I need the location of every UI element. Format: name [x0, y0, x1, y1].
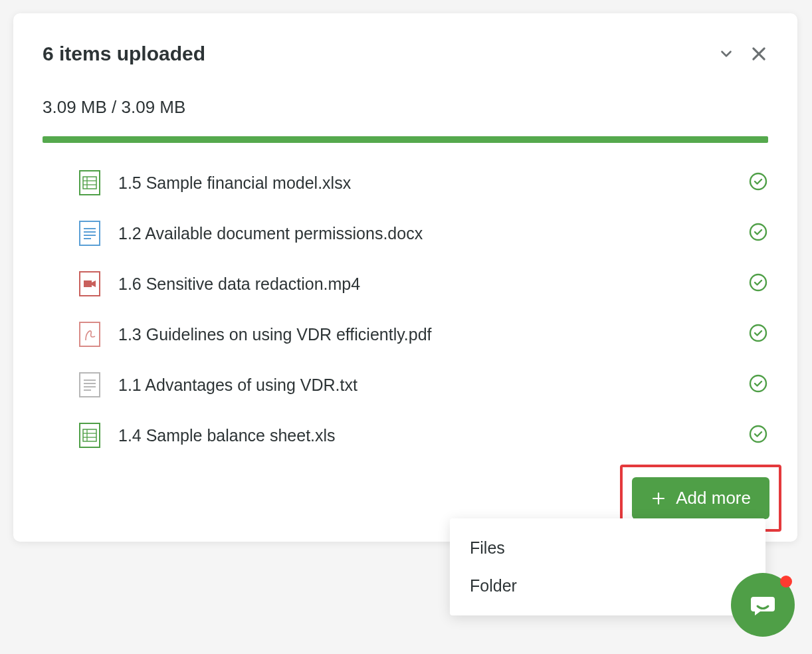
svg-rect-15 — [84, 280, 92, 287]
svg-rect-8 — [80, 221, 100, 245]
file-row: 1.6 Sensitive data redaction.mp4 — [78, 271, 768, 297]
menu-item-folder[interactable]: Folder — [450, 567, 765, 605]
file-row: 1.1 Advantages of using VDR.txt — [78, 372, 768, 398]
success-check-icon — [748, 171, 768, 194]
file-name: 1.2 Available document permissions.docx — [118, 224, 748, 243]
progress-bar — [43, 136, 768, 143]
file-row: 1.2 Available document permissions.docx — [78, 220, 768, 247]
progress-text: 3.09 MB / 3.09 MB — [43, 97, 768, 118]
success-check-icon — [748, 424, 768, 447]
text-icon — [78, 372, 101, 398]
add-more-label: Add more — [676, 488, 751, 508]
upload-panel: 6 items uploaded 3.09 MB / 3.09 MB 1.5 S… — [13, 13, 797, 542]
chat-widget-button[interactable] — [731, 573, 795, 637]
svg-rect-27 — [83, 429, 96, 441]
success-check-icon — [748, 272, 768, 295]
add-more-menu: Files Folder — [450, 518, 765, 615]
success-check-icon — [748, 374, 768, 396]
file-row: 1.3 Guidelines on using VDR efficiently.… — [78, 321, 768, 348]
plus-icon — [651, 490, 666, 506]
spreadsheet-icon — [78, 422, 101, 449]
chat-icon — [747, 589, 779, 621]
svg-point-25 — [750, 376, 766, 391]
panel-header: 6 items uploaded — [43, 43, 768, 65]
close-icon — [750, 45, 768, 63]
header-actions — [718, 45, 768, 63]
file-name: 1.4 Sample balance sheet.xls — [118, 426, 748, 445]
svg-rect-20 — [80, 373, 100, 397]
svg-rect-18 — [80, 322, 100, 346]
file-row: 1.4 Sample balance sheet.xls — [78, 422, 768, 449]
video-icon — [78, 271, 101, 297]
svg-point-7 — [750, 173, 766, 189]
add-more-button[interactable]: Add more — [632, 477, 769, 519]
menu-item-files[interactable]: Files — [450, 529, 765, 567]
file-name: 1.3 Guidelines on using VDR efficiently.… — [118, 325, 748, 344]
close-button[interactable] — [750, 45, 768, 63]
chevron-down-icon — [718, 45, 735, 62]
file-name: 1.5 Sample financial model.xlsx — [118, 173, 748, 193]
panel-title: 6 items uploaded — [43, 43, 205, 65]
spreadsheet-icon — [78, 169, 101, 196]
file-list: 1.5 Sample financial model.xlsx 1.2 Avai… — [43, 169, 768, 449]
svg-rect-3 — [83, 177, 96, 189]
document-icon — [78, 220, 101, 247]
svg-marker-16 — [92, 280, 96, 287]
svg-point-17 — [750, 274, 766, 290]
file-row: 1.5 Sample financial model.xlsx — [78, 169, 768, 196]
pdf-icon — [78, 321, 101, 348]
success-check-icon — [748, 323, 768, 346]
svg-point-31 — [750, 426, 766, 442]
collapse-button[interactable] — [718, 45, 735, 62]
notification-dot-icon — [780, 576, 792, 588]
file-name: 1.6 Sensitive data redaction.mp4 — [118, 274, 748, 294]
file-name: 1.1 Advantages of using VDR.txt — [118, 376, 748, 395]
svg-point-13 — [750, 224, 766, 240]
success-check-icon — [748, 222, 768, 245]
svg-point-19 — [750, 325, 766, 341]
